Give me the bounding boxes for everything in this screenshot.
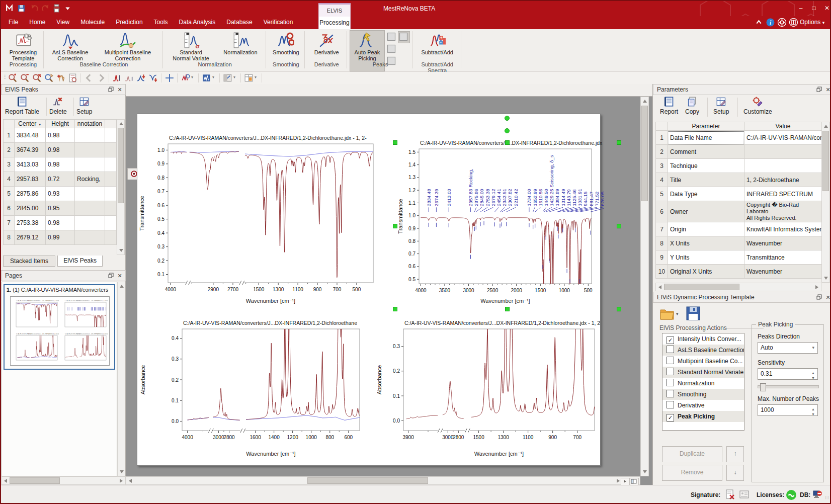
parameters-row[interactable]: 9 Y Units Transmittance — [656, 250, 822, 265]
menu-verification[interactable]: Verification — [258, 16, 299, 28]
peak-edit-button[interactable] — [386, 43, 398, 55]
peak-up-icon[interactable] — [137, 73, 146, 82]
fit-menu-icon[interactable] — [223, 73, 232, 82]
menu-tools[interactable]: Tools — [148, 16, 174, 28]
checkbox-icon[interactable] — [667, 379, 674, 386]
setup-button[interactable]: Setup — [713, 97, 729, 115]
tab-elvis-peaks[interactable]: ElViS Peaks — [57, 256, 103, 267]
pages-scrollbar-horizontal[interactable] — [1, 476, 126, 485]
peaks-table-button[interactable] — [398, 31, 410, 43]
tab-group-elvis[interactable]: ELVIS — [319, 5, 350, 17]
selection-handle[interactable] — [505, 140, 510, 145]
undo-icon[interactable] — [30, 4, 39, 14]
action-peak-picking[interactable]: ✓Peak Picking — [662, 411, 744, 422]
peak-picking-small-icon[interactable] — [125, 73, 134, 82]
tab-stacked-items[interactable]: Stacked Items — [3, 256, 55, 267]
action-multipoint-baseline-co-[interactable]: Multipoint Baseline Co... — [662, 356, 744, 367]
chevron-down-icon[interactable]: ▾ — [255, 75, 257, 79]
spectrum-chart-bottom-right[interactable]: 0.00.10.20.33900300028001500130011009007… — [375, 315, 603, 461]
rotation-handle[interactable] — [505, 116, 510, 121]
checkbox-icon[interactable]: ✓ — [667, 337, 674, 344]
license-ok-icon[interactable] — [786, 489, 797, 502]
rotation-handle[interactable] — [505, 128, 510, 133]
spectrum-chart-top-left[interactable]: 0.10.20.30.40.50.60.70.80.91.04000290027… — [138, 131, 392, 308]
menu-home[interactable]: Home — [24, 16, 51, 28]
open-template-button[interactable] — [659, 306, 675, 322]
setup-button[interactable]: Setup — [76, 97, 92, 115]
remove-button[interactable]: Remove — [662, 465, 722, 481]
save-icon[interactable] — [17, 4, 26, 14]
pages-scrollbar-vertical[interactable] — [117, 282, 125, 476]
action-normalization[interactable]: Normalization — [662, 378, 744, 389]
customize-button[interactable]: Customize — [743, 97, 772, 115]
checkbox-icon[interactable] — [667, 390, 674, 397]
close-panel-icon[interactable]: ✕ — [824, 294, 831, 301]
menu-view[interactable]: View — [51, 16, 75, 28]
signature-card-icon[interactable] — [739, 489, 750, 502]
action-asls-baseline-correction[interactable]: AsLS Baseline Correction — [662, 345, 744, 356]
minimize-button[interactable]: – — [795, 4, 807, 13]
peaks-table-row[interactable]: 62845.000.95 — [4, 201, 117, 216]
peaks-table-row[interactable]: 82679.120.99 — [4, 230, 117, 245]
chevron-down-icon[interactable]: ▾ — [233, 75, 235, 79]
display-menu-icon[interactable] — [202, 73, 211, 82]
document-scrollbar-vertical[interactable] — [640, 97, 649, 476]
col-header-value[interactable]: Value — [744, 122, 822, 131]
checkbox-icon[interactable] — [667, 401, 674, 408]
peak-picking-icon[interactable] — [113, 73, 122, 82]
parameters-row[interactable]: 3 Technique — [656, 159, 822, 173]
menu-prediction[interactable]: Prediction — [110, 16, 148, 28]
col-header-parameter[interactable]: Parameter — [668, 122, 744, 131]
report-table-button[interactable]: Report Table — [5, 97, 39, 115]
parameters-row[interactable]: 8 X Units Wavenumber — [656, 236, 822, 250]
report-button[interactable]: Report — [660, 97, 678, 115]
menu-database[interactable]: Database — [221, 16, 258, 28]
zoom-select-icon[interactable] — [44, 73, 53, 82]
parameters-row[interactable]: 10 Original X Units Wavenumber — [656, 265, 822, 279]
pan-hand-icon[interactable] — [56, 73, 65, 82]
parameters-row[interactable]: 4 Title 1, 2-Dichloroethane — [656, 173, 822, 187]
float-panel-icon[interactable] — [815, 294, 822, 301]
licenses-book-icon[interactable] — [789, 18, 798, 28]
spectrum-chart-bottom-left[interactable]: 0.00.10.20.30.44000300028001600140012001… — [139, 315, 366, 461]
peaks-direction-select[interactable]: Auto ▾ — [758, 342, 818, 354]
duplicate-button[interactable]: Duplicate — [662, 446, 722, 462]
page-thumbnail-item[interactable]: 1. (1) C:/A-IR-UV-VIS-RAMAN/converters C… — [4, 284, 115, 370]
sensitivity-slider[interactable] — [758, 385, 819, 388]
mnova-logo-icon[interactable] — [5, 4, 14, 14]
close-button[interactable]: ✕ — [821, 4, 831, 13]
action-derivative[interactable]: Derivative — [662, 400, 744, 411]
checkbox-icon[interactable]: ✓ — [667, 414, 674, 422]
resize-grip[interactable]: ⁝⁝ — [825, 494, 829, 501]
close-panel-icon[interactable]: ✕ — [116, 273, 123, 280]
chevron-down-icon[interactable]: ▾ — [191, 75, 193, 79]
zoom-menu-icon[interactable] — [181, 73, 190, 82]
col-header-center[interactable]: Center ▼ — [15, 120, 46, 128]
open-template-dropdown-icon[interactable]: ▾ — [676, 311, 679, 316]
chevron-down-icon[interactable]: ▾ — [212, 75, 214, 79]
selection-handle[interactable] — [393, 307, 397, 311]
peaks-table-row[interactable]: 52875.860.93 — [4, 187, 117, 201]
checkbox-icon[interactable] — [667, 357, 674, 364]
delete-button[interactable]: Delete — [49, 97, 67, 115]
next-page-button[interactable] — [621, 478, 630, 485]
slider-handle[interactable] — [760, 383, 766, 391]
print-preview-icon[interactable] — [68, 73, 77, 82]
selection-handle[interactable] — [617, 307, 621, 311]
document-scrollbar-horizontal[interactable] — [126, 476, 640, 485]
maximize-button[interactable]: □ — [808, 4, 820, 13]
crosshair-icon[interactable] — [165, 73, 174, 82]
zoom-scale-icon[interactable] — [32, 73, 41, 82]
parameters-scrollbar-vertical[interactable] — [821, 122, 830, 283]
peaks-table-row[interactable]: 33413.030.98 — [4, 157, 117, 172]
parameters-row[interactable]: 6 Owner Copyright � Bio-Rad LaboratoAll … — [656, 201, 822, 222]
setup-menu-icon[interactable] — [244, 73, 254, 82]
col-header-height[interactable]: Height — [46, 120, 75, 128]
close-panel-icon[interactable]: ✕ — [116, 87, 123, 94]
parameters-row[interactable]: 5 Data Type INFRARED SPECTRUM — [656, 187, 822, 201]
selection-handle[interactable] — [505, 307, 510, 311]
tab-processing[interactable]: Processing — [319, 17, 350, 29]
float-panel-icon[interactable] — [815, 87, 822, 94]
page-layout-button[interactable] — [630, 478, 639, 485]
menu-molecule[interactable]: Molecule — [75, 16, 110, 28]
